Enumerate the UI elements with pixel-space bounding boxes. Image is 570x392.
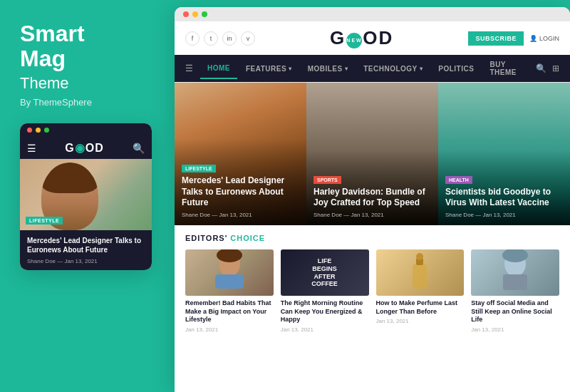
editor-card-img-2: LIFEBEGINSAFTERCOFFEE [281, 249, 369, 296]
facebook-icon[interactable]: f [185, 31, 200, 46]
hero-overlay-2: SPORTS Harley Davidson: Bundle of Joy Cr… [306, 150, 438, 225]
hero-title-3: Scientists bid Goodbye to Virus With Lat… [445, 187, 563, 209]
mobile-nav-bar: ☰ G◉OD 🔍 [20, 137, 152, 159]
browser-chrome [175, 7, 570, 21]
vimeo-icon[interactable]: v [241, 31, 255, 46]
hero-title-2: Harley Davidson: Bundle of Joy Crafted f… [314, 187, 431, 209]
site-header-top: f t in v GNEWSOD SUBSCRIBE 👤 LOGIN [175, 21, 570, 55]
nav-hamburger-icon[interactable]: ☰ [185, 63, 193, 73]
editors-label: EDITORS' CHOICE [185, 234, 265, 242]
editor-card-title-1: Remember! Bad Habits That Make a Big Imp… [185, 299, 274, 324]
logo-o-circle: NEWS [346, 33, 362, 48]
editor-card-meta-3: Jan 13, 2021 [376, 318, 465, 324]
left-panel: Smart Mag Theme By ThemeSphere ☰ G◉OD 🔍 … [0, 0, 175, 392]
browser-dot-yellow [192, 11, 198, 17]
editor-card-meta-1: Jan 13, 2021 [185, 326, 274, 333]
social-media-person-illustration [490, 249, 540, 296]
editor-card-img-4 [471, 249, 559, 296]
svg-rect-8 [503, 274, 527, 290]
mobile-category-badge: LIFESTYLE [26, 217, 63, 225]
hamburger-icon: ☰ [27, 143, 36, 154]
nav-item-politics[interactable]: POLITICS [431, 59, 481, 78]
mobile-chrome-dots [20, 123, 152, 137]
dot-green [44, 128, 49, 133]
hero-meta-1: Shane Doe — Jan 13, 2021 [182, 212, 299, 218]
dot-yellow [36, 128, 41, 133]
editor-card-3[interactable]: How to Make Perfume Last Longer Than Bef… [376, 249, 465, 333]
site-logo: GNEWSOD [330, 27, 393, 49]
mobile-search-icon: 🔍 [133, 143, 145, 154]
hero-grid: LIFESTYLE Mercedes' Lead Designer Talks … [175, 83, 570, 225]
nav-grid-icon[interactable]: ⊞ [552, 63, 559, 73]
editors-grid: Remember! Bad Habits That Make a Big Imp… [185, 249, 559, 333]
right-panel: f t in v GNEWSOD SUBSCRIBE 👤 LOGIN ☰ [175, 7, 570, 392]
site-header: f t in v GNEWSOD SUBSCRIBE 👤 LOGIN ☰ [175, 21, 570, 83]
browser-dot-green [202, 11, 207, 17]
nav-item-features[interactable]: FEATURES ▾ [239, 59, 299, 78]
editor-card-img-3 [376, 249, 465, 296]
hero-overlay-1: LIFESTYLE Mercedes' Lead Designer Talks … [175, 139, 306, 225]
browser-dot-red [183, 11, 189, 17]
editor-card-title-3: How to Make Perfume Last Longer Than Bef… [376, 299, 465, 316]
editor-card-4[interactable]: Stay off Social Media and Still Keep an … [471, 249, 559, 333]
editor-card-title-2: The Right Morning Routine Can Keep You E… [281, 299, 369, 324]
hero-category-badge-1: LIFESTYLE [182, 165, 216, 172]
editor-card-img-1 [185, 249, 274, 296]
site-nav: ☰ HOME FEATURES ▾ MOBILES ▾ TECHNOLOGY ▾… [175, 55, 570, 82]
hero-item-2[interactable]: SPORTS Harley Davidson: Bundle of Joy Cr… [306, 83, 438, 225]
brand-title: Smart Mag [20, 21, 85, 71]
nav-right: 🔍 ⊞ [536, 63, 559, 73]
nav-item-technology[interactable]: TECHNOLOGY ▾ [356, 59, 430, 78]
hero-meta-3: Shane Doe — Jan 13, 2021 [445, 212, 563, 218]
nav-item-buy-theme[interactable]: BUY THEME [482, 55, 536, 82]
nav-search-icon[interactable]: 🔍 [536, 63, 546, 73]
editors-header: EDITORS' CHOICE [185, 234, 559, 242]
svg-rect-2 [215, 274, 244, 289]
technology-arrow-icon: ▾ [420, 66, 423, 72]
user-icon: 👤 [529, 35, 537, 42]
features-arrow-icon: ▾ [289, 66, 292, 72]
hero-meta-2: Shane Doe — Jan 13, 2021 [314, 212, 431, 218]
twitter-icon[interactable]: t [204, 31, 218, 46]
subscribe-button[interactable]: SUBSCRIBE [468, 31, 524, 46]
mobile-article-content: Mercedes' Lead Designer Talks to Euronew… [20, 230, 152, 270]
dot-red [27, 128, 32, 133]
perfume-bottle-illustration [402, 249, 437, 296]
editor-card-title-4: Stay off Social Media and Still Keep an … [471, 299, 559, 324]
mobile-logo: G◉OD [65, 141, 103, 155]
editor-card-2[interactable]: LIFEBEGINSAFTERCOFFEE The Right Morning … [281, 249, 369, 333]
hero-category-badge-3: HEALTH [445, 176, 472, 184]
editor-card-1[interactable]: Remember! Bad Habits That Make a Big Imp… [185, 249, 274, 333]
mobile-hero-image: LIFESTYLE [20, 159, 152, 230]
hero-item-1[interactable]: LIFESTYLE Mercedes' Lead Designer Talks … [175, 83, 306, 225]
hero-item-3[interactable]: HEALTH Scientists bid Goodbye to Virus W… [438, 83, 570, 225]
mobiles-arrow-icon: ▾ [345, 66, 348, 72]
instagram-icon[interactable]: in [222, 31, 237, 46]
nav-item-mobiles[interactable]: MOBILES ▾ [301, 59, 356, 78]
relaxing-person-illustration [204, 249, 254, 296]
svg-rect-3 [413, 264, 427, 289]
nav-item-home[interactable]: HOME [200, 58, 237, 79]
editor-card-meta-2: Jan 13, 2021 [281, 326, 369, 333]
hero-overlay-3: HEALTH Scientists bid Goodbye to Virus W… [438, 150, 570, 225]
editors-choice-section: EDITORS' CHOICE Remember! Bad Habits Tha… [175, 225, 570, 392]
svg-point-5 [416, 253, 423, 260]
mobile-article-title: Mercedes' Lead Designer Talks to Euronew… [27, 236, 145, 254]
hero-category-badge-2: SPORTS [314, 176, 341, 184]
login-button[interactable]: 👤 LOGIN [529, 35, 559, 42]
header-actions: SUBSCRIBE 👤 LOGIN [468, 31, 559, 46]
mobile-article-meta: Shane Doe — Jan 13, 2021 [27, 258, 145, 264]
brand-subtitle: Theme [20, 74, 68, 93]
hero-title-1: Mercedes' Lead Designer Talks to Euronew… [182, 175, 299, 209]
nav-left: ☰ HOME FEATURES ▾ MOBILES ▾ TECHNOLOGY ▾… [185, 55, 536, 82]
hair-shape [41, 163, 98, 193]
editor-card-meta-4: Jan 13, 2021 [471, 326, 559, 333]
brand-by: By ThemeSphere [20, 97, 92, 108]
mobile-preview-card: ☰ G◉OD 🔍 LIFESTYLE Mercedes' Lead Design… [20, 123, 152, 270]
social-icons: f t in v [185, 31, 255, 46]
